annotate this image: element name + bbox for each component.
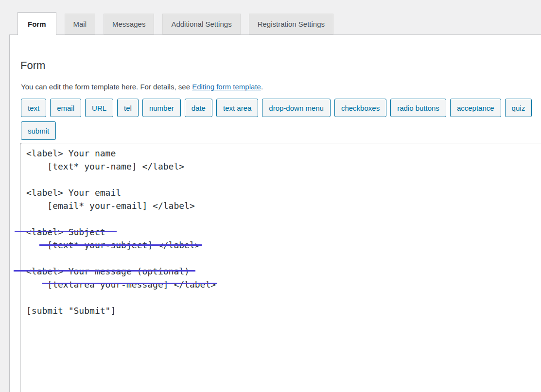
tag-button-radio-buttons[interactable]: radio buttons <box>390 99 446 117</box>
tag-generator-row-1: text email URL tel number date text area… <box>21 99 532 117</box>
tag-button-email[interactable]: email <box>50 99 81 117</box>
tab-mail[interactable]: Mail <box>65 14 96 34</box>
tag-button-tel[interactable]: tel <box>117 99 139 117</box>
editing-form-template-link[interactable]: Editing form template <box>192 83 261 91</box>
tag-generator-row-2: submit <box>21 121 56 140</box>
tag-button-checkboxes[interactable]: checkboxes <box>334 99 386 117</box>
tab-form[interactable]: Form <box>17 12 56 35</box>
tag-button-text[interactable]: text <box>21 99 46 117</box>
tag-button-date[interactable]: date <box>185 99 212 117</box>
tag-button-quiz[interactable]: quiz <box>505 99 532 117</box>
tag-button-submit[interactable]: submit <box>21 121 56 140</box>
form-panel: Form You can edit the form template here… <box>9 34 541 392</box>
tag-button-drop-down-menu[interactable]: drop-down menu <box>262 99 331 117</box>
tag-button-acceptance[interactable]: acceptance <box>450 99 501 117</box>
tab-additional-settings[interactable]: Additional Settings <box>162 14 240 34</box>
page-title: Form <box>20 59 45 72</box>
tab-registration-settings[interactable]: Registration Settings <box>249 14 333 34</box>
panel-tab-bar: Form Mail Messages Additional Settings R… <box>17 12 333 35</box>
tag-button-url[interactable]: URL <box>85 99 113 117</box>
panel-description: You can edit the form template here. For… <box>21 82 263 92</box>
tag-button-number[interactable]: number <box>142 99 181 117</box>
tag-button-text-area[interactable]: text area <box>216 99 258 117</box>
form-template-editor[interactable]: <label> Your name [text* your-name] </la… <box>20 143 541 392</box>
tab-messages[interactable]: Messages <box>104 14 154 34</box>
description-period: . <box>261 83 263 91</box>
description-text: You can edit the form template here. For… <box>21 83 192 91</box>
